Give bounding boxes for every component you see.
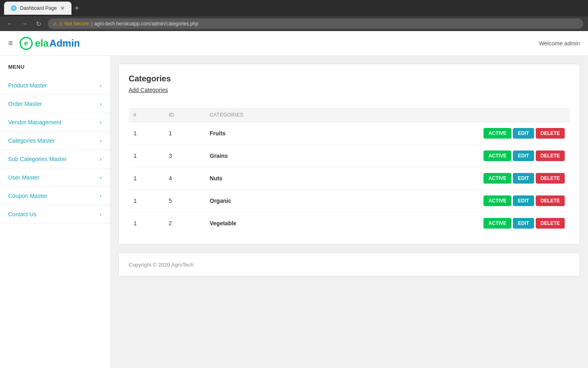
- sidebar: MENU Product Master › Order Master › Ven…: [0, 56, 110, 368]
- sidebar-item-order-master[interactable]: Order Master ›: [0, 95, 110, 113]
- logo-admin-text: Admin: [49, 38, 80, 49]
- forward-button[interactable]: →: [20, 19, 29, 28]
- address-bar: ← → ↻ ⚠ ⚠ Not Secure | agro-tech.herokua…: [0, 16, 588, 31]
- cell-actions: ACTIVE EDIT DELETE: [323, 145, 570, 167]
- cell-num: 1: [129, 212, 164, 235]
- sidebar-item-label: Vendor Management: [8, 119, 61, 126]
- cell-category: Fruits: [205, 122, 323, 145]
- logo-icon: e: [20, 37, 33, 50]
- table-row: 1 1 Fruits ACTIVE EDIT DELETE: [129, 122, 570, 145]
- cell-num: 1: [129, 190, 164, 212]
- security-warning-icon: ⚠: [53, 21, 57, 27]
- col-number: #: [129, 108, 164, 122]
- tab-title: Dashboard Page: [20, 5, 57, 11]
- chevron-icon: ›: [100, 82, 102, 89]
- cell-id: 4: [164, 167, 205, 190]
- active-button[interactable]: ACTIVE: [483, 173, 511, 184]
- action-buttons: ACTIVE EDIT DELETE: [328, 173, 565, 184]
- delete-button[interactable]: DELETE: [536, 128, 565, 139]
- col-categories: CATEGORIES: [205, 108, 323, 122]
- table-row: 1 3 Grains ACTIVE EDIT DELETE: [129, 145, 570, 167]
- chevron-icon: ›: [100, 193, 102, 199]
- cell-num: 1: [129, 167, 164, 190]
- edit-button[interactable]: EDIT: [513, 218, 534, 229]
- table-header-row: # ID CATEGORIES: [129, 108, 570, 122]
- chevron-icon: ›: [100, 101, 102, 107]
- chevron-icon: ›: [100, 174, 102, 181]
- cell-actions: ACTIVE EDIT DELETE: [323, 167, 570, 190]
- delete-button[interactable]: DELETE: [536, 150, 565, 161]
- action-buttons: ACTIVE EDIT DELETE: [328, 150, 565, 161]
- col-id: ID: [164, 108, 205, 122]
- active-button[interactable]: ACTIVE: [483, 218, 511, 229]
- sidebar-item-label: Categories Master: [8, 137, 55, 144]
- sidebar-item-sub-categories-master[interactable]: Sub Categories Master ›: [0, 150, 110, 168]
- cell-actions: ACTIVE EDIT DELETE: [323, 122, 570, 145]
- sidebar-item-vendor-management[interactable]: Vendor Management ›: [0, 113, 110, 132]
- sidebar-item-label: Order Master: [8, 101, 42, 107]
- sidebar-item-product-master[interactable]: Product Master ›: [0, 76, 110, 95]
- cell-id: 3: [164, 145, 205, 167]
- sidebar-item-categories-master[interactable]: Categories Master ›: [0, 132, 110, 150]
- cell-id: 2: [164, 212, 205, 235]
- categories-card: Categories Add Categories # ID CATEGORIE…: [118, 64, 580, 245]
- url-bar[interactable]: ⚠ ⚠ Not Secure | agro-tech.herokuapp.com…: [48, 18, 583, 29]
- reload-button[interactable]: ↻: [34, 19, 43, 29]
- cell-category: Organic: [205, 190, 323, 212]
- table-row: 1 2 Vegetable ACTIVE EDIT DELETE: [129, 212, 570, 235]
- edit-button[interactable]: EDIT: [513, 173, 534, 184]
- cell-actions: ACTIVE EDIT DELETE: [323, 190, 570, 212]
- app-header: ≡ e elaAdmin Welcome admin: [0, 31, 588, 56]
- sidebar-item-user-master[interactable]: User Master ›: [0, 168, 110, 187]
- content-area: Categories Add Categories # ID CATEGORIE…: [110, 56, 588, 368]
- active-button[interactable]: ACTIVE: [483, 195, 511, 206]
- hamburger-menu[interactable]: ≡: [8, 38, 13, 48]
- action-buttons: ACTIVE EDIT DELETE: [328, 218, 565, 229]
- delete-button[interactable]: DELETE: [536, 218, 565, 229]
- back-button[interactable]: ←: [5, 19, 15, 28]
- edit-button[interactable]: EDIT: [513, 128, 534, 139]
- cell-num: 1: [129, 145, 164, 167]
- cell-id: 5: [164, 190, 205, 212]
- action-buttons: ACTIVE EDIT DELETE: [328, 128, 565, 139]
- sidebar-item-label: Contact Us: [8, 211, 36, 218]
- sidebar-item-label: Coupon Master: [8, 193, 47, 199]
- menu-label: MENU: [0, 64, 110, 76]
- logo-ela-text: ela: [35, 38, 49, 49]
- url-text: agro-tech.herokuapp.com/admin/categories…: [94, 21, 198, 27]
- main-layout: MENU Product Master › Order Master › Ven…: [0, 56, 588, 368]
- edit-button[interactable]: EDIT: [513, 195, 534, 206]
- categories-table: # ID CATEGORIES 1 1 Fruits ACTIVE EDIT D…: [129, 108, 570, 234]
- action-buttons: ACTIVE EDIT DELETE: [328, 195, 565, 206]
- tab-close-button[interactable]: ✕: [60, 5, 65, 11]
- cell-category: Nuts: [205, 167, 323, 190]
- welcome-message: Welcome admin: [539, 40, 580, 47]
- tab-favicon: 🌐: [11, 5, 17, 11]
- sidebar-item-coupon-master[interactable]: Coupon Master ›: [0, 187, 110, 205]
- sidebar-item-label: User Master: [8, 174, 39, 181]
- cell-actions: ACTIVE EDIT DELETE: [323, 212, 570, 235]
- sidebar-item-contact-us[interactable]: Contact Us ›: [0, 205, 110, 224]
- new-tab-button[interactable]: +: [73, 4, 81, 13]
- active-button[interactable]: ACTIVE: [483, 128, 511, 139]
- cell-category: Grains: [205, 145, 323, 167]
- copyright-text: Copyright © 2020 AgroTech: [129, 262, 194, 268]
- edit-button[interactable]: EDIT: [513, 150, 534, 161]
- footer-card: Copyright © 2020 AgroTech: [118, 253, 580, 276]
- active-button[interactable]: ACTIVE: [483, 150, 511, 161]
- app-logo: e elaAdmin: [20, 37, 80, 50]
- add-categories-link[interactable]: Add Categories: [129, 87, 168, 93]
- chevron-icon: ›: [100, 137, 102, 144]
- cell-category: Vegetable: [205, 212, 323, 235]
- delete-button[interactable]: DELETE: [536, 173, 565, 184]
- cell-id: 1: [164, 122, 205, 145]
- browser-chrome: 🌐 Dashboard Page ✕ +: [0, 0, 588, 16]
- delete-button[interactable]: DELETE: [536, 195, 565, 206]
- col-actions: [323, 108, 570, 122]
- sidebar-item-label: Sub Categories Master: [8, 156, 67, 162]
- cell-num: 1: [129, 122, 164, 145]
- chevron-icon: ›: [100, 156, 102, 162]
- table-row: 1 4 Nuts ACTIVE EDIT DELETE: [129, 167, 570, 190]
- table-row: 1 5 Organic ACTIVE EDIT DELETE: [129, 190, 570, 212]
- active-tab[interactable]: 🌐 Dashboard Page ✕: [4, 2, 71, 15]
